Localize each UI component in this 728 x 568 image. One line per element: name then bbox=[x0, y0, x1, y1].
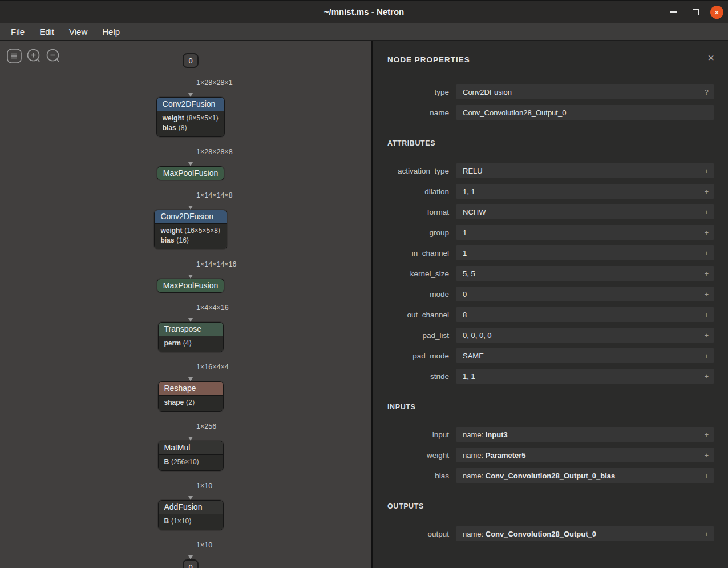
expand-icon[interactable]: + bbox=[704, 269, 709, 278]
attribute-value-box[interactable]: RELU + bbox=[456, 163, 714, 178]
menu-edit[interactable]: Edit bbox=[33, 25, 60, 38]
attribute-value: NCHW bbox=[463, 208, 699, 216]
edge-line bbox=[191, 249, 191, 277]
graph-node-reshape[interactable]: Reshape shape ⟨2⟩ bbox=[158, 381, 224, 412]
input-value: name: Parameter5 bbox=[463, 451, 699, 460]
property-value-box[interactable]: Conv2DFusion ? bbox=[456, 84, 714, 99]
menu-help[interactable]: Help bbox=[96, 25, 126, 38]
attribute-value-box[interactable]: 1 + bbox=[456, 225, 714, 240]
model-properties-button[interactable] bbox=[7, 49, 22, 63]
expand-icon[interactable]: + bbox=[704, 228, 709, 237]
edge-arrowhead-icon bbox=[188, 437, 193, 441]
attribute-value-box[interactable]: 0, 0, 0, 0 + bbox=[456, 328, 714, 343]
node-attributes: weight ⟨16×5×5×8⟩ bias ⟨16⟩ bbox=[155, 223, 226, 249]
node-title[interactable]: Conv2DFusion bbox=[157, 98, 224, 111]
attribute-value-box[interactable]: 8 + bbox=[456, 307, 714, 322]
expand-icon[interactable]: + bbox=[704, 249, 709, 257]
attribute-row: format NCHW + bbox=[387, 204, 714, 219]
netron-window: ~/mnist.ms - Netron × File Edit View Hel… bbox=[0, 0, 728, 568]
node-title[interactable]: MaxPoolFusion bbox=[157, 167, 224, 180]
attribute-value-box[interactable]: 1 + bbox=[456, 245, 714, 260]
expand-icon[interactable]: + bbox=[704, 372, 709, 381]
graph-toolbar bbox=[7, 49, 60, 63]
property-value-box[interactable]: Conv_Convolution28_Output_0 bbox=[456, 105, 714, 120]
expand-icon[interactable]: + bbox=[704, 167, 709, 175]
expand-icon[interactable]: + bbox=[704, 472, 709, 480]
expand-icon[interactable]: + bbox=[704, 430, 709, 439]
expand-icon[interactable]: + bbox=[704, 290, 709, 299]
attribute-label: activation_type bbox=[387, 167, 456, 175]
attribute-value-box[interactable]: 0 + bbox=[456, 287, 714, 301]
expand-icon[interactable]: + bbox=[704, 352, 709, 360]
titlebar: ~/mnist.ms - Netron × bbox=[0, 0, 728, 23]
graph-node-conv2dfusion-1[interactable]: Conv2DFusion weight ⟨8×5×5×1⟩ bias ⟨8⟩ bbox=[156, 97, 225, 137]
menu-view[interactable]: View bbox=[63, 25, 94, 38]
graph-edge: 1×10 bbox=[155, 530, 227, 559]
minimize-icon bbox=[670, 11, 677, 13]
window-controls: × bbox=[667, 1, 723, 23]
attribute-value-box[interactable]: SAME + bbox=[456, 348, 714, 363]
node-attr-row: B ⟨1×10⟩ bbox=[164, 517, 217, 526]
edge-line bbox=[191, 530, 191, 558]
menu-file[interactable]: File bbox=[5, 25, 31, 38]
edge-arrowhead-icon bbox=[188, 377, 193, 381]
node-title[interactable]: AddFusion bbox=[159, 501, 223, 514]
graph-canvas[interactable]: 0 1×28×28×1 Conv2DFusion weight ⟨8×5×5×1… bbox=[0, 41, 371, 568]
graph-node-maxpoolfusion-2[interactable]: MaxPoolFusion bbox=[157, 279, 225, 293]
graph-output-node[interactable]: 0 bbox=[183, 559, 199, 568]
input-row: bias name: Conv_Convolution28_Output_0_b… bbox=[387, 468, 714, 483]
type-help-icon[interactable]: ? bbox=[705, 88, 709, 96]
graph-input-node[interactable]: 0 bbox=[183, 53, 199, 68]
maximize-button[interactable] bbox=[689, 5, 702, 19]
graph-node-addfusion[interactable]: AddFusion B ⟨1×10⟩ bbox=[158, 500, 224, 530]
input-value-box[interactable]: name: Conv_Convolution28_Output_0_bias + bbox=[456, 468, 714, 483]
attribute-value-box[interactable]: NCHW + bbox=[456, 204, 714, 219]
property-label: name bbox=[387, 108, 456, 117]
attribute-value-box[interactable]: 1, 1 + bbox=[456, 369, 714, 384]
graph-edge: 1×28×28×1 bbox=[155, 68, 227, 97]
attribute-row: pad_list 0, 0, 0, 0 + bbox=[387, 328, 714, 343]
expand-icon[interactable]: + bbox=[704, 187, 709, 196]
graph-node-matmul[interactable]: MatMul B ⟨256×10⟩ bbox=[158, 441, 224, 471]
panel-close-icon[interactable]: × bbox=[707, 54, 714, 62]
zoom-in-button[interactable] bbox=[26, 49, 41, 63]
attribute-value: SAME bbox=[463, 352, 699, 360]
edge-arrowhead-icon bbox=[188, 318, 193, 322]
expand-icon[interactable]: + bbox=[704, 331, 709, 340]
attribute-label: pad_mode bbox=[387, 352, 456, 360]
property-label: type bbox=[387, 88, 456, 96]
graph-node-maxpoolfusion-1[interactable]: MaxPoolFusion bbox=[157, 166, 225, 180]
expand-icon[interactable]: + bbox=[704, 311, 709, 319]
attribute-row: pad_mode SAME + bbox=[387, 348, 714, 363]
node-title[interactable]: MatMul bbox=[159, 441, 223, 454]
attribute-value: 8 bbox=[463, 311, 699, 319]
attribute-value-box[interactable]: 5, 5 + bbox=[456, 266, 714, 281]
tensor-shape-label: 1×256 bbox=[196, 422, 216, 430]
property-value: Conv2DFusion bbox=[463, 88, 700, 96]
node-attr-row: weight ⟨8×5×5×1⟩ bbox=[163, 114, 219, 123]
output-value-box[interactable]: name: Conv_Convolution28_Output_0 + bbox=[456, 526, 714, 541]
minimize-button[interactable] bbox=[667, 5, 681, 19]
attribute-value: 1 bbox=[463, 228, 699, 237]
node-title[interactable]: Conv2DFusion bbox=[155, 210, 226, 223]
graph-node-conv2dfusion-2[interactable]: Conv2DFusion weight ⟨16×5×5×8⟩ bias ⟨16⟩ bbox=[154, 210, 227, 249]
expand-icon[interactable]: + bbox=[704, 530, 709, 538]
graph-node-transpose[interactable]: Transpose perm ⟨4⟩ bbox=[158, 322, 224, 352]
attribute-value: 1, 1 bbox=[463, 187, 699, 196]
input-value-box[interactable]: name: Input3 + bbox=[456, 427, 714, 442]
input-value-box[interactable]: name: Parameter5 + bbox=[456, 448, 714, 462]
node-attr-row: bias ⟨16⟩ bbox=[160, 236, 220, 245]
node-title[interactable]: Reshape bbox=[159, 382, 223, 395]
tensor-shape-label: 1×28×28×1 bbox=[196, 79, 233, 87]
outputs-section-title: OUTPUTS bbox=[387, 502, 714, 510]
tensor-shape-label: 1×14×14×8 bbox=[196, 191, 233, 199]
close-button[interactable]: × bbox=[710, 6, 723, 19]
node-attr-row: bias ⟨8⟩ bbox=[163, 123, 219, 133]
node-title[interactable]: MaxPoolFusion bbox=[157, 279, 224, 292]
expand-icon[interactable]: + bbox=[704, 208, 709, 216]
graph-edge: 1×10 bbox=[155, 471, 227, 500]
expand-icon[interactable]: + bbox=[704, 451, 709, 460]
zoom-out-button[interactable] bbox=[46, 49, 60, 63]
attribute-value-box[interactable]: 1, 1 + bbox=[456, 184, 714, 199]
node-title[interactable]: Transpose bbox=[159, 323, 223, 336]
